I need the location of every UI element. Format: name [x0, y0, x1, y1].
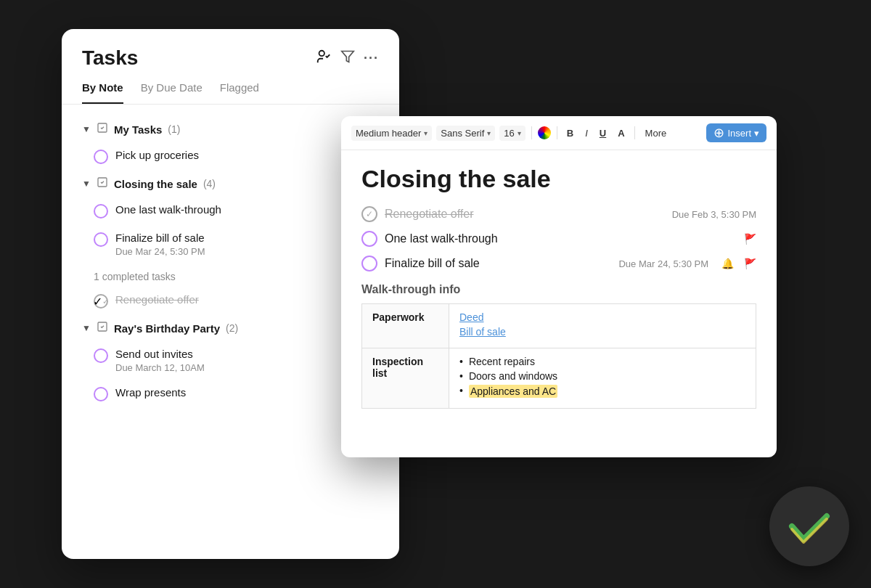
task-name-completed: Renegotiate offer — [115, 293, 199, 306]
tasks-header-icons: ··· — [316, 49, 379, 68]
deed-link[interactable]: Deed — [459, 311, 745, 323]
table-cell-label: Paperwork — [362, 304, 449, 348]
chevron-down-icon: ▾ — [424, 129, 428, 137]
group-rays-birthday-label: Ray's Birthday Party — [114, 322, 220, 335]
chevron-icon: ▼ — [82, 323, 91, 333]
task-list-icon — [97, 321, 108, 335]
tab-by-note[interactable]: By Note — [82, 81, 123, 104]
underline-button[interactable]: U — [596, 126, 610, 141]
more-icon[interactable]: ··· — [364, 51, 379, 66]
task-name: One last walk-through — [115, 203, 221, 216]
bullet-icon: • — [459, 385, 463, 396]
toolbar-separator — [557, 126, 557, 139]
font-dropdown[interactable]: Sans Serif ▾ — [436, 126, 495, 141]
table-cell-content: • Recent repairs • Doors and windows • A… — [449, 348, 756, 409]
chevron-down-icon: ▾ — [487, 129, 491, 137]
group-closing-sale-label: Closing the sale — [114, 178, 197, 190]
editor-task-name: Finalize bill of sale — [385, 257, 611, 270]
editor-task-walkthrough: One last walk-through 🚩 — [361, 231, 756, 247]
font-label: Sans Serif — [441, 128, 484, 139]
highlight-button[interactable]: A — [614, 126, 628, 141]
editor-title: Closing the sale — [361, 165, 756, 193]
style-dropdown[interactable]: Medium header ▾ — [351, 126, 432, 141]
editor-toolbar: Medium header ▾ Sans Serif ▾ 16 ▾ B I U … — [341, 116, 777, 150]
italic-button[interactable]: I — [581, 126, 592, 141]
style-label: Medium header — [356, 128, 421, 139]
bullet-icon: • — [459, 356, 463, 367]
table-row: Inspection list • Recent repairs • Doors… — [362, 348, 756, 409]
task-list-icon — [97, 122, 108, 136]
bell-icon: 🔔 — [721, 258, 734, 269]
insert-button[interactable]: ⊕ Insert ▾ — [706, 123, 766, 142]
task-content: Wrap presents — [115, 386, 379, 399]
checkmark-icon — [786, 503, 833, 550]
color-picker[interactable] — [538, 126, 551, 139]
plus-icon: ⊕ — [713, 126, 724, 139]
group-rays-birthday-count: (2) — [226, 322, 238, 334]
task-content: One last walk-through — [115, 203, 343, 216]
task-circle[interactable] — [94, 150, 108, 164]
task-name: Pick up groceries — [115, 149, 199, 161]
editor-task-circle-completed[interactable]: ✓ — [361, 206, 377, 222]
tab-flagged[interactable]: Flagged — [220, 81, 259, 104]
chevron-icon: ▼ — [82, 124, 91, 134]
item-text: Doors and windows — [469, 370, 557, 382]
bold-button[interactable]: B — [563, 126, 577, 141]
task-content: Renegotiate offer — [115, 293, 379, 306]
insert-chevron: ▾ — [754, 128, 759, 139]
editor-task-due: Due Mar 24, 5:30 PM — [618, 258, 708, 269]
chevron-icon: ▼ — [82, 179, 91, 189]
info-table: Paperwork Deed Bill of sale Inspection l… — [361, 303, 756, 409]
editor-panel: Medium header ▾ Sans Serif ▾ 16 ▾ B I U … — [341, 116, 777, 457]
task-name: Send out invites — [115, 348, 193, 360]
editor-task-finalize: Finalize bill of sale Due Mar 24, 5:30 P… — [361, 256, 756, 271]
group-my-tasks-label: My Tasks — [114, 123, 162, 136]
task-list-icon — [97, 176, 108, 191]
svg-point-0 — [319, 50, 324, 55]
section-label: Walk-through info — [361, 283, 756, 296]
task-circle-completed[interactable]: ✓ — [94, 294, 108, 309]
task-due: Due Mar 24, 5:30 PM — [115, 246, 343, 257]
task-circle[interactable] — [94, 232, 108, 247]
tab-by-due-date[interactable]: By Due Date — [141, 81, 203, 104]
check-badge — [769, 486, 849, 566]
editor-content: Closing the sale ✓ Renegotiate offer Due… — [341, 150, 777, 457]
tasks-tabs: By Note By Due Date Flagged — [62, 70, 399, 105]
editor-task-circle[interactable] — [361, 231, 377, 247]
tasks-header: Tasks ··· — [62, 29, 399, 70]
task-name: Wrap presents — [115, 386, 186, 399]
task-circle[interactable] — [94, 387, 108, 401]
flag-icon: 🚩 — [744, 258, 756, 269]
item-text: Recent repairs — [469, 356, 535, 367]
filter-icon[interactable] — [340, 49, 355, 68]
size-label: 16 — [504, 128, 514, 139]
task-circle[interactable] — [94, 204, 108, 219]
editor-task-name-completed: Renegotiate offer — [385, 208, 665, 221]
bill-of-sale-link[interactable]: Bill of sale — [459, 326, 745, 338]
task-content: Send out invites Due March 12, 10AM — [115, 348, 343, 373]
flag-icon: 🚩 — [744, 233, 756, 245]
task-due: Due March 12, 10AM — [115, 362, 343, 373]
editor-task-name: One last walk-through — [385, 232, 737, 245]
list-item: • Appliances and AC — [459, 385, 745, 398]
task-content: Finalize bill of sale Due Mar 24, 5:30 P… — [115, 232, 343, 257]
editor-task-circle[interactable] — [361, 256, 377, 271]
highlighted-item: Appliances and AC — [469, 385, 557, 398]
list-item: • Recent repairs — [459, 356, 745, 367]
group-my-tasks-count: (1) — [168, 123, 180, 135]
more-button[interactable]: More — [641, 126, 671, 141]
toolbar-separator — [634, 126, 635, 139]
table-cell-content: Deed Bill of sale — [449, 304, 756, 348]
editor-task-completed: ✓ Renegotiate offer Due Feb 3, 5:30 PM — [361, 206, 756, 222]
table-row: Paperwork Deed Bill of sale — [362, 304, 756, 348]
person-check-icon[interactable] — [316, 49, 332, 68]
svg-marker-1 — [342, 51, 354, 62]
size-dropdown[interactable]: 16 ▾ — [499, 126, 525, 141]
group-closing-sale-count: (4) — [203, 178, 216, 189]
task-name: Finalize bill of sale — [115, 232, 205, 244]
editor-task-due: Due Feb 3, 5:30 PM — [672, 209, 756, 220]
toolbar-separator — [531, 126, 532, 139]
table-cell-label: Inspection list — [362, 348, 449, 409]
bullet-icon: • — [459, 370, 463, 382]
task-circle[interactable] — [94, 348, 108, 363]
